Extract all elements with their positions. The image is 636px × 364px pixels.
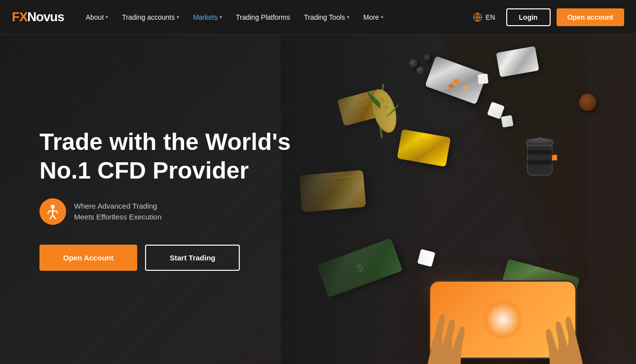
sugar-cube-2 (501, 115, 513, 127)
svg-rect-21 (527, 150, 552, 154)
oil-barrel-icon (523, 133, 557, 178)
svg-rect-22 (527, 160, 552, 164)
coffee-sphere (579, 94, 597, 111)
login-button[interactable]: Login (506, 8, 551, 26)
nav-label-markets: Markets (193, 13, 218, 21)
svg-rect-20 (527, 143, 552, 175)
corn-kernel-2 (463, 86, 468, 90)
svg-line-9 (48, 211, 49, 214)
hero-buttons: Open Account Start Trading (39, 245, 291, 271)
hero-section: Trade with the World's No.1 CFD Provider… (0, 35, 636, 364)
open-account-nav-button[interactable]: Open account (557, 8, 624, 26)
hero-title: Trade with the World's No.1 CFD Provider (39, 128, 291, 184)
start-trading-button[interactable]: Start Trading (145, 245, 240, 271)
nav-label-trading-platforms: Trading Platforms (236, 13, 290, 21)
phone-container (409, 231, 597, 364)
silver-bar-2 (496, 46, 539, 77)
nav-label-more: More (363, 13, 379, 21)
nav-item-trading-tools[interactable]: Trading Tools ▾ (298, 9, 355, 25)
trader-icon (45, 204, 60, 219)
open-account-hero-button[interactable]: Open Account (39, 245, 137, 271)
hero-subtitle-row: Where Advanced Trading Meets Effortless … (39, 198, 291, 225)
svg-point-4 (51, 205, 55, 209)
globe-icon (473, 12, 483, 22)
hero-content: Trade with the World's No.1 CFD Provider… (39, 128, 291, 271)
nav-label-trading-tools: Trading Tools (304, 13, 345, 21)
logo-novus: Novus (27, 9, 64, 25)
logo[interactable]: FX Novus (12, 9, 64, 25)
hero-subtitle-text: Where Advanced Trading Meets Effortless … (74, 201, 161, 223)
chevron-down-icon: ▾ (177, 14, 179, 20)
language-selector[interactable]: EN (468, 9, 500, 25)
brand-icon-badge (39, 198, 66, 225)
nav-item-trading-accounts[interactable]: Trading accounts ▾ (116, 9, 185, 25)
nav-label-trading-accounts: Trading accounts (122, 13, 175, 21)
hero-image: $ $ (281, 35, 636, 364)
chevron-down-icon: ▾ (220, 14, 222, 20)
nav-links: About ▾ Trading accounts ▾ Markets ▾ Tra… (80, 9, 468, 25)
corn-kernel-3 (449, 84, 454, 88)
chevron-down-icon: ▾ (347, 14, 349, 20)
right-hand-icon (542, 300, 592, 364)
svg-line-8 (53, 215, 56, 219)
nav-item-about[interactable]: About ▾ (80, 9, 114, 25)
logo-fx: FX (12, 9, 27, 25)
hero-overlay (281, 35, 429, 364)
nav-item-trading-platforms[interactable]: Trading Platforms (230, 9, 296, 25)
nav-right: EN Login Open account (468, 8, 624, 26)
corn-kernel-1 (453, 79, 459, 84)
sugar-cube-4 (478, 73, 488, 84)
nav-item-more[interactable]: More ▾ (357, 9, 389, 25)
language-text: EN (486, 13, 495, 21)
nav-label-about: About (86, 13, 104, 21)
navbar: FX Novus About ▾ Trading accounts ▾ Mark… (0, 0, 636, 35)
nav-item-markets[interactable]: Markets ▾ (187, 9, 228, 25)
chevron-down-icon: ▾ (106, 14, 108, 20)
svg-line-7 (50, 215, 53, 219)
svg-line-10 (57, 211, 58, 214)
chevron-down-icon: ▾ (381, 14, 383, 20)
